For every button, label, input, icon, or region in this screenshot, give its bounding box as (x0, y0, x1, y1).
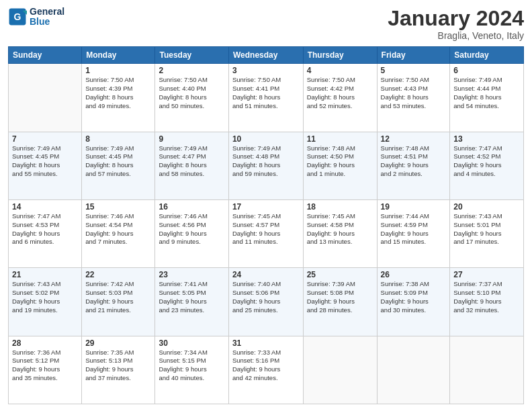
calendar-cell: 23Sunrise: 7:41 AMSunset: 5:05 PMDayligh… (155, 268, 228, 336)
day-info: Sunrise: 7:35 AMSunset: 5:13 PMDaylight:… (85, 349, 151, 383)
calendar-cell: 27Sunrise: 7:37 AMSunset: 5:10 PMDayligh… (450, 268, 524, 336)
day-info: Sunrise: 7:49 AMSunset: 4:47 PMDaylight:… (159, 144, 224, 179)
day-number: 2 (159, 66, 224, 75)
day-info: Sunrise: 7:50 AMSunset: 4:42 PMDaylight:… (307, 76, 373, 110)
day-info: Sunrise: 7:44 AMSunset: 4:59 PMDaylight:… (381, 212, 447, 246)
day-info: Sunrise: 7:50 AMSunset: 4:43 PMDaylight:… (381, 76, 447, 110)
day-number: 27 (453, 270, 520, 279)
svg-text:G: G (14, 11, 21, 22)
day-info: Sunrise: 7:34 AMSunset: 5:15 PMDaylight:… (159, 349, 224, 383)
calendar-cell: 4Sunrise: 7:50 AMSunset: 4:42 PMDaylight… (303, 64, 377, 132)
calendar-cell: 3Sunrise: 7:50 AMSunset: 4:41 PMDaylight… (228, 64, 303, 132)
calendar-cell: 13Sunrise: 7:47 AMSunset: 4:52 PMDayligh… (450, 132, 524, 199)
header: G General Blue January 2024 Braglia, Ven… (8, 7, 524, 41)
calendar-cell: 21Sunrise: 7:43 AMSunset: 5:02 PMDayligh… (9, 268, 82, 336)
calendar-cell (9, 64, 82, 132)
day-number: 21 (12, 270, 78, 279)
day-info: Sunrise: 7:46 AMSunset: 4:56 PMDaylight:… (159, 212, 224, 246)
calendar-cell: 24Sunrise: 7:40 AMSunset: 5:06 PMDayligh… (228, 268, 303, 336)
day-number: 3 (232, 66, 300, 75)
weekday-header-sunday: Sunday (9, 47, 82, 64)
day-info: Sunrise: 7:37 AMSunset: 5:10 PMDaylight:… (453, 280, 520, 314)
calendar-cell (450, 336, 524, 404)
day-number: 4 (307, 66, 373, 75)
calendar-cell: 2Sunrise: 7:50 AMSunset: 4:40 PMDaylight… (155, 64, 228, 132)
week-row-5: 28Sunrise: 7:36 AMSunset: 5:12 PMDayligh… (9, 336, 524, 404)
day-number: 31 (232, 338, 300, 348)
week-row-3: 14Sunrise: 7:47 AMSunset: 4:53 PMDayligh… (9, 199, 524, 267)
day-number: 18 (307, 202, 373, 212)
calendar-cell: 17Sunrise: 7:45 AMSunset: 4:57 PMDayligh… (228, 199, 303, 267)
day-number: 29 (85, 338, 151, 348)
day-number: 20 (453, 202, 520, 212)
calendar-cell: 12Sunrise: 7:48 AMSunset: 4:51 PMDayligh… (377, 132, 450, 199)
logo: G General Blue (8, 7, 64, 28)
day-number: 26 (381, 270, 447, 279)
day-info: Sunrise: 7:49 AMSunset: 4:44 PMDaylight:… (453, 76, 520, 110)
day-info: Sunrise: 7:43 AMSunset: 5:01 PMDaylight:… (453, 212, 520, 246)
day-info: Sunrise: 7:45 AMSunset: 4:58 PMDaylight:… (307, 212, 373, 246)
day-number: 14 (12, 202, 78, 212)
day-info: Sunrise: 7:49 AMSunset: 4:45 PMDaylight:… (12, 144, 78, 179)
calendar-cell: 7Sunrise: 7:49 AMSunset: 4:45 PMDaylight… (9, 132, 82, 199)
day-info: Sunrise: 7:41 AMSunset: 5:05 PMDaylight:… (159, 280, 224, 314)
week-row-2: 7Sunrise: 7:49 AMSunset: 4:45 PMDaylight… (9, 132, 524, 199)
day-info: Sunrise: 7:39 AMSunset: 5:08 PMDaylight:… (307, 280, 373, 314)
week-row-1: 1Sunrise: 7:50 AMSunset: 4:39 PMDaylight… (9, 64, 524, 132)
weekday-header-friday: Friday (377, 47, 450, 64)
calendar-cell: 29Sunrise: 7:35 AMSunset: 5:13 PMDayligh… (82, 336, 155, 404)
day-info: Sunrise: 7:47 AMSunset: 4:52 PMDaylight:… (453, 144, 520, 179)
day-info: Sunrise: 7:33 AMSunset: 5:16 PMDaylight:… (232, 349, 300, 383)
day-number: 30 (159, 338, 224, 348)
page: G General Blue January 2024 Braglia, Ven… (0, 0, 532, 411)
day-info: Sunrise: 7:36 AMSunset: 5:12 PMDaylight:… (12, 349, 78, 383)
day-info: Sunrise: 7:40 AMSunset: 5:06 PMDaylight:… (232, 280, 300, 314)
calendar-cell: 20Sunrise: 7:43 AMSunset: 5:01 PMDayligh… (450, 199, 524, 267)
day-info: Sunrise: 7:50 AMSunset: 4:39 PMDaylight:… (85, 76, 151, 110)
calendar-cell: 18Sunrise: 7:45 AMSunset: 4:58 PMDayligh… (303, 199, 377, 267)
day-number: 11 (307, 134, 373, 144)
calendar-cell: 8Sunrise: 7:49 AMSunset: 4:45 PMDaylight… (82, 132, 155, 199)
weekday-header-row: SundayMondayTuesdayWednesdayThursdayFrid… (9, 47, 524, 64)
day-number: 7 (12, 134, 78, 144)
calendar-cell: 1Sunrise: 7:50 AMSunset: 4:39 PMDaylight… (82, 64, 155, 132)
weekday-header-wednesday: Wednesday (228, 47, 303, 64)
day-number: 12 (381, 134, 447, 144)
calendar-cell: 28Sunrise: 7:36 AMSunset: 5:12 PMDayligh… (9, 336, 82, 404)
day-number: 15 (85, 202, 151, 212)
title-block: January 2024 Braglia, Veneto, Italy (388, 7, 524, 41)
day-number: 10 (232, 134, 300, 144)
calendar-cell: 22Sunrise: 7:42 AMSunset: 5:03 PMDayligh… (82, 268, 155, 336)
day-info: Sunrise: 7:49 AMSunset: 4:48 PMDaylight:… (232, 144, 300, 179)
day-number: 17 (232, 202, 300, 212)
day-number: 16 (159, 202, 224, 212)
day-number: 28 (12, 338, 78, 348)
day-number: 23 (159, 270, 224, 279)
calendar-cell: 9Sunrise: 7:49 AMSunset: 4:47 PMDaylight… (155, 132, 228, 199)
logo-text: General Blue (30, 7, 64, 28)
day-info: Sunrise: 7:45 AMSunset: 4:57 PMDaylight:… (232, 212, 300, 246)
logo-icon: G (8, 7, 27, 26)
calendar-table: SundayMondayTuesdayWednesdayThursdayFrid… (8, 46, 524, 404)
calendar-cell (377, 336, 450, 404)
day-number: 9 (159, 134, 224, 144)
calendar-cell: 26Sunrise: 7:38 AMSunset: 5:09 PMDayligh… (377, 268, 450, 336)
day-number: 19 (381, 202, 447, 212)
day-info: Sunrise: 7:48 AMSunset: 4:50 PMDaylight:… (307, 144, 373, 179)
calendar-cell: 15Sunrise: 7:46 AMSunset: 4:54 PMDayligh… (82, 199, 155, 267)
calendar-cell: 5Sunrise: 7:50 AMSunset: 4:43 PMDaylight… (377, 64, 450, 132)
day-number: 24 (232, 270, 300, 279)
day-info: Sunrise: 7:38 AMSunset: 5:09 PMDaylight:… (381, 280, 447, 314)
calendar-cell: 11Sunrise: 7:48 AMSunset: 4:50 PMDayligh… (303, 132, 377, 199)
week-row-4: 21Sunrise: 7:43 AMSunset: 5:02 PMDayligh… (9, 268, 524, 336)
day-info: Sunrise: 7:50 AMSunset: 4:40 PMDaylight:… (159, 76, 224, 110)
day-info: Sunrise: 7:43 AMSunset: 5:02 PMDaylight:… (12, 280, 78, 314)
day-number: 1 (85, 66, 151, 75)
calendar-cell: 25Sunrise: 7:39 AMSunset: 5:08 PMDayligh… (303, 268, 377, 336)
day-number: 6 (453, 66, 520, 75)
day-info: Sunrise: 7:50 AMSunset: 4:41 PMDaylight:… (232, 76, 300, 110)
calendar-cell: 31Sunrise: 7:33 AMSunset: 5:16 PMDayligh… (228, 336, 303, 404)
location-subtitle: Braglia, Veneto, Italy (388, 30, 524, 41)
day-info: Sunrise: 7:46 AMSunset: 4:54 PMDaylight:… (85, 212, 151, 246)
day-number: 22 (85, 270, 151, 279)
